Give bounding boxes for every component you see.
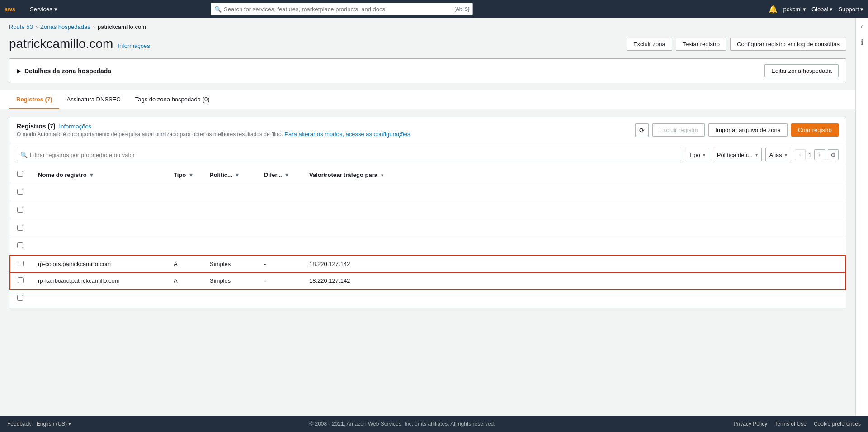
- region-menu[interactable]: Global ▾: [811, 6, 833, 13]
- bell-icon[interactable]: 🔔: [769, 5, 778, 14]
- select-all-checkbox[interactable]: [17, 171, 23, 177]
- tipo-sort-icon[interactable]: ▾: [189, 171, 193, 178]
- record-valor: [302, 183, 845, 201]
- filter-input[interactable]: [17, 148, 681, 161]
- record-politica: [203, 183, 257, 201]
- record-difer: [257, 201, 302, 219]
- row-checkbox[interactable]: [18, 261, 24, 266]
- politica-sort-icon[interactable]: ▾: [236, 171, 239, 178]
- record-tipo: A: [166, 272, 203, 290]
- record-tipo: A: [166, 256, 203, 273]
- global-search: 🔍 [Alt+S]: [211, 3, 473, 15]
- tipo-dropdown[interactable]: Tipo ▾: [685, 148, 709, 161]
- records-title: Registros (7): [17, 123, 56, 130]
- region-chevron-icon: ▾: [830, 6, 833, 13]
- header-checkbox-col: [10, 166, 31, 183]
- tab-registros[interactable]: Registros (7): [9, 90, 59, 109]
- pagination: ‹ 1 › ⚙: [795, 149, 839, 160]
- row-checkbox[interactable]: [17, 242, 23, 248]
- top-nav: aws Services ▾ 🔍 [Alt+S] 🔔 pckcml ▾ Glob…: [0, 0, 868, 18]
- breadcrumb-zonas[interactable]: Zonas hospedadas: [40, 24, 90, 30]
- records-subtitle-link[interactable]: Para alterar os modos, acesse as configu…: [284, 131, 412, 138]
- table-row[interactable]: [10, 237, 845, 256]
- refresh-button[interactable]: ⟳: [635, 123, 649, 137]
- next-page-button[interactable]: ›: [814, 149, 825, 160]
- user-menu[interactable]: pckcml ▾: [783, 6, 806, 13]
- header-difer: Difer... ▾: [257, 166, 302, 183]
- breadcrumb-sep-1: ›: [36, 24, 38, 30]
- criar-registro-button[interactable]: Criar registro: [791, 123, 839, 137]
- prev-page-button[interactable]: ‹: [795, 149, 806, 160]
- page-header: patrickcamillo.com Informações Excluir z…: [0, 33, 855, 58]
- support-label: Support: [838, 6, 859, 13]
- record-difer: -: [257, 272, 302, 290]
- record-politica: [203, 219, 257, 237]
- excluir-zona-button[interactable]: Excluir zona: [627, 38, 672, 51]
- alias-chevron-icon: ▾: [785, 152, 787, 157]
- record-difer: [257, 219, 302, 237]
- support-menu[interactable]: Support ▾: [838, 6, 863, 13]
- record-name: rp-colors.patrickcamillo.com: [31, 256, 166, 273]
- feedback-link[interactable]: Feedback: [7, 421, 31, 427]
- record-name: [31, 237, 166, 256]
- details-title-text: Detalhes da zona hospedada: [24, 67, 111, 75]
- table-settings-button[interactable]: ⚙: [828, 149, 839, 160]
- record-politica: [203, 237, 257, 256]
- row-checkbox[interactable]: [17, 207, 23, 213]
- services-button[interactable]: Services ▾: [26, 4, 61, 14]
- row-checkbox[interactable]: [17, 189, 23, 195]
- filter-search-icon: 🔍: [20, 152, 28, 158]
- tab-dnssec[interactable]: Assinatura DNSSEC: [59, 90, 127, 109]
- records-header: Registros (7) Informações O modo Automat…: [9, 117, 846, 143]
- record-name: [31, 201, 166, 219]
- sidebar-collapse-button[interactable]: ‹: [861, 23, 863, 31]
- cookies-link[interactable]: Cookie preferences: [814, 421, 861, 427]
- privacy-link[interactable]: Privacy Policy: [734, 421, 768, 427]
- name-sort-icon[interactable]: ▾: [90, 171, 93, 178]
- table-row[interactable]: rp-colors.patrickcamillo.comASimples-18.…: [10, 256, 845, 273]
- svg-text:aws: aws: [5, 6, 15, 13]
- breadcrumb-route53[interactable]: Route 53: [9, 24, 33, 30]
- record-name: [31, 219, 166, 237]
- page-number: 1: [808, 152, 811, 158]
- footer-left: Feedback English (US) ▾: [7, 421, 71, 427]
- table-row[interactable]: [10, 219, 845, 237]
- configurar-registro-button[interactable]: Configurar registro em log de consultas: [730, 38, 846, 51]
- tab-tags[interactable]: Tags de zona hospedada (0): [128, 90, 217, 109]
- info-link[interactable]: Informações: [118, 43, 150, 49]
- table-row[interactable]: [10, 290, 845, 308]
- editar-zona-button[interactable]: Editar zona hospedada: [764, 64, 839, 77]
- row-checkbox[interactable]: [17, 225, 23, 231]
- details-toggle[interactable]: ▶ Detalhes da zona hospedada: [17, 67, 111, 75]
- table-row[interactable]: rp-kanboard.patrickcamillo.comASimples-1…: [10, 272, 845, 290]
- alias-dropdown[interactable]: Alias ▾: [765, 148, 791, 161]
- records-actions: ⟳ Excluir registro Importar arquivo de z…: [635, 123, 839, 137]
- value-expand-icon[interactable]: ▾: [381, 173, 383, 178]
- search-input[interactable]: [211, 3, 473, 15]
- search-shortcut: [Alt+S]: [454, 6, 469, 12]
- page-title: patrickcamillo.com: [9, 37, 113, 51]
- politica-dropdown[interactable]: Política de r... ▾: [713, 148, 762, 161]
- excluir-registro-button[interactable]: Excluir registro: [652, 123, 705, 137]
- record-valor: [302, 237, 845, 256]
- table-row[interactable]: [10, 201, 845, 219]
- right-sidebar: ‹ ℹ: [855, 18, 868, 416]
- importar-arquivo-button[interactable]: Importar arquivo de zona: [708, 123, 788, 137]
- record-difer: [257, 237, 302, 256]
- sidebar-info-button[interactable]: ℹ: [861, 38, 863, 47]
- row-checkbox[interactable]: [18, 277, 24, 283]
- records-info-link[interactable]: Informações: [59, 123, 92, 130]
- aws-logo[interactable]: aws: [5, 4, 21, 14]
- difer-sort-icon[interactable]: ▾: [285, 171, 288, 178]
- table-row[interactable]: [10, 183, 845, 201]
- user-chevron-icon: ▾: [803, 6, 806, 13]
- details-header: ▶ Detalhes da zona hospedada Editar zona…: [9, 59, 846, 83]
- language-selector[interactable]: English (US) ▾: [37, 421, 71, 427]
- politica-chevron-icon: ▾: [755, 152, 758, 157]
- row-checkbox[interactable]: [17, 295, 23, 301]
- support-chevron-icon: ▾: [860, 6, 863, 13]
- terms-link[interactable]: Terms of Use: [774, 421, 807, 427]
- record-politica: Simples: [203, 256, 257, 273]
- testar-registro-button[interactable]: Testar registro: [676, 38, 726, 51]
- header-tipo: Tipo ▾: [166, 166, 203, 183]
